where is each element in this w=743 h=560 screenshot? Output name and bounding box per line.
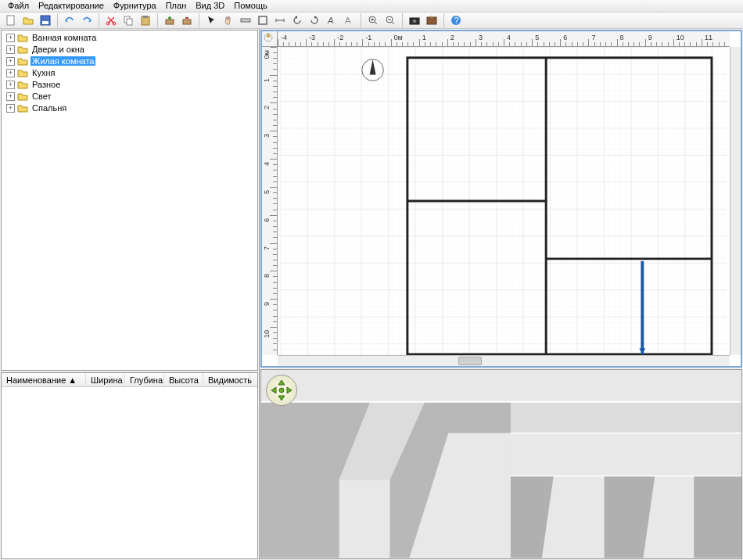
scene-3d [261, 370, 741, 558]
folder-icon [17, 92, 28, 101]
tree-item[interactable]: +Свет [3, 91, 256, 102]
menu-file[interactable]: Файл [3, 0, 34, 11]
ruler-tick: 3 [263, 134, 271, 138]
ruler-tick: 5 [263, 190, 271, 194]
horizontal-scrollbar[interactable] [278, 355, 730, 366]
ruler-tick: 6 [563, 34, 567, 41]
tree-item-label: Спальня [31, 103, 68, 113]
ruler-corner [262, 31, 278, 47]
svg-rect-10 [183, 20, 191, 24]
col-width[interactable]: Ширина [86, 373, 125, 386]
copy-button[interactable] [120, 13, 136, 28]
svg-rect-19 [427, 17, 436, 24]
menubar: Файл Редактирование Фурнитура План Вид 3… [0, 0, 743, 13]
plan-view[interactable]: -4-3-2-10м1234567891011 0м12345678910 [260, 30, 742, 368]
menu-help[interactable]: Помощь [229, 0, 272, 11]
plan-canvas[interactable] [278, 47, 730, 355]
svg-text:A: A [327, 16, 333, 25]
tree-item-label: Свет [31, 92, 52, 101]
redo-button[interactable] [79, 13, 95, 28]
ruler-tick: 8 [263, 274, 271, 278]
rotate-right-button[interactable] [307, 13, 322, 28]
ruler-tick: 4 [507, 34, 511, 41]
view-3d[interactable] [260, 369, 742, 559]
toolbar-separator [361, 13, 361, 27]
col-depth[interactable]: Глубина [125, 373, 164, 386]
tree-item[interactable]: +Жилая комната [3, 56, 256, 67]
folder-icon [17, 80, 28, 89]
menu-view3d[interactable]: Вид 3D [191, 0, 229, 11]
text-tool-alt[interactable]: A [341, 13, 357, 28]
undo-button[interactable] [62, 13, 77, 28]
svg-rect-9 [166, 20, 174, 24]
add-furniture-button[interactable] [162, 13, 178, 28]
col-visibility[interactable]: Видимость [203, 373, 250, 386]
tree-item-label: Разное [31, 80, 62, 89]
delete-button[interactable] [179, 13, 195, 28]
col-name[interactable]: Наименование ▲ [2, 373, 86, 386]
vertical-scrollbar[interactable] [730, 47, 741, 355]
ruler-tick: 2 [263, 106, 271, 109]
expand-icon[interactable]: + [6, 69, 15, 77]
svg-point-33 [279, 388, 284, 393]
ruler-tick: 1 [263, 78, 271, 82]
room-tool[interactable] [255, 13, 271, 28]
tree-item[interactable]: +Двери и окна [3, 44, 256, 56]
expand-icon[interactable]: + [6, 34, 15, 42]
svg-rect-20 [431, 16, 433, 18]
expand-icon[interactable]: + [6, 104, 15, 113]
folder-icon [17, 56, 28, 66]
help-button[interactable]: ? [448, 13, 464, 28]
tree-item[interactable]: +Кухня [3, 67, 256, 79]
expand-icon[interactable]: + [6, 45, 15, 54]
ruler-tick: -1 [365, 34, 372, 41]
folder-icon [17, 45, 28, 54]
tree-item-label: Жилая комната [31, 56, 95, 66]
tree-item[interactable]: +Спальня [3, 102, 256, 114]
svg-point-18 [413, 20, 416, 23]
expand-icon[interactable]: + [6, 81, 15, 89]
col-height[interactable]: Высота [164, 373, 203, 386]
save-button[interactable] [38, 13, 53, 28]
cut-button[interactable] [103, 13, 119, 28]
rotate-left-button[interactable] [289, 13, 305, 28]
pan-tool[interactable] [221, 13, 236, 28]
photo-button[interactable] [407, 13, 422, 28]
svg-text:?: ? [454, 16, 459, 25]
toolbar-separator [199, 13, 199, 27]
select-tool[interactable] [203, 13, 219, 28]
navigation-gizmo[interactable] [266, 375, 297, 406]
tree-item[interactable]: +Разное [3, 79, 256, 91]
folder-icon [17, 33, 28, 42]
expand-icon[interactable]: + [6, 92, 15, 101]
text-tool[interactable]: A [324, 13, 339, 28]
main-area: +Ванная комната+Двери и окна+Жилая комна… [0, 29, 743, 560]
folder-icon [17, 103, 28, 113]
horizontal-ruler: -4-3-2-10м1234567891011 [278, 31, 730, 47]
ruler-tick: 1 [422, 34, 426, 41]
dimension-tool[interactable] [272, 13, 288, 28]
wall-tool[interactable] [238, 13, 253, 28]
menu-plan[interactable]: План [161, 0, 192, 11]
paste-button[interactable] [138, 13, 153, 28]
svg-marker-44 [612, 402, 741, 433]
toolbar: A A ? [0, 13, 743, 29]
menu-furniture[interactable]: Фурнитура [109, 0, 161, 11]
svg-marker-39 [511, 433, 605, 476]
properties-panel: Наименование ▲ Ширина Глубина Высота Вид… [1, 372, 258, 559]
toolbar-separator [57, 13, 58, 27]
zoom-out-button[interactable] [382, 13, 398, 28]
svg-marker-38 [511, 402, 612, 433]
expand-icon[interactable]: + [6, 57, 15, 66]
tree-item[interactable]: +Ванная комната [3, 32, 256, 44]
preferences-button[interactable] [424, 13, 440, 28]
svg-rect-8 [143, 16, 148, 18]
open-button[interactable] [20, 13, 36, 28]
svg-marker-40 [605, 433, 741, 476]
zoom-in-button[interactable] [365, 13, 381, 28]
new-button[interactable] [3, 13, 19, 28]
menu-edit[interactable]: Редактирование [34, 0, 109, 11]
furniture-tree[interactable]: +Ванная комната+Двери и окна+Жилая комна… [1, 30, 258, 371]
toolbar-separator [443, 13, 444, 27]
ruler-tick: 3 [479, 34, 483, 41]
